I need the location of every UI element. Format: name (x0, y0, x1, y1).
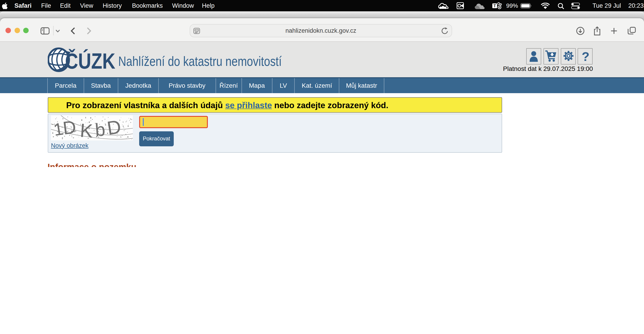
svg-text:T: T (494, 4, 496, 8)
svg-text:b: b (94, 119, 106, 140)
svg-text:D: D (62, 117, 77, 138)
svg-text:K: K (79, 119, 94, 140)
